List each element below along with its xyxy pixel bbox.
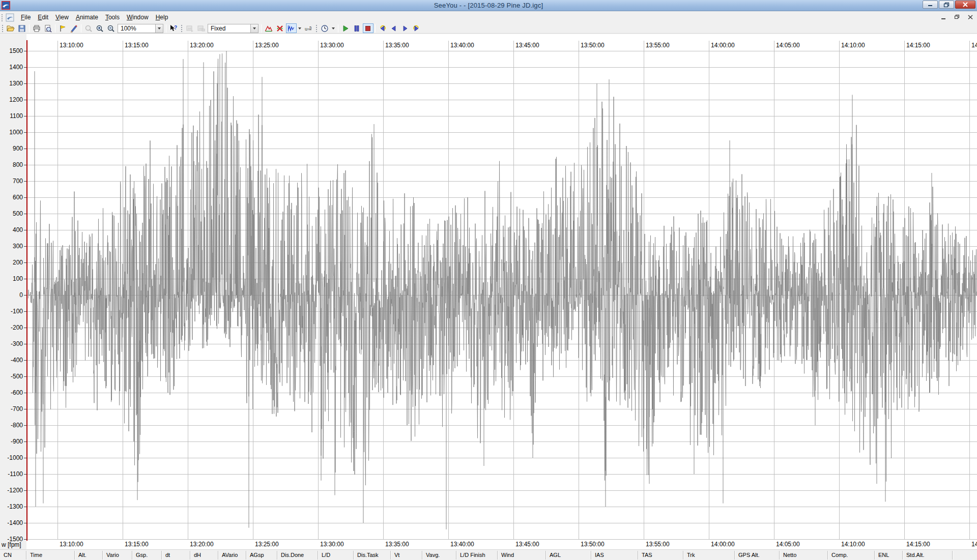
stats-icon: u=5 bbox=[304, 24, 312, 33]
y-tick-label: -1400 bbox=[7, 519, 23, 526]
go-end-button[interactable] bbox=[411, 23, 422, 33]
graph-view-button[interactable] bbox=[286, 23, 297, 33]
y-tick-label: -300 bbox=[11, 340, 23, 347]
y-tick-label: -700 bbox=[11, 405, 23, 412]
time-dropdown[interactable] bbox=[330, 23, 336, 33]
status-cell-trk: Trk bbox=[683, 551, 735, 559]
print-button[interactable] bbox=[32, 23, 42, 33]
mdi-minimize-button[interactable] bbox=[939, 13, 949, 21]
zoom-fit-button bbox=[83, 23, 94, 33]
minimize-window-button[interactable] bbox=[923, 1, 938, 9]
x-tick-label-bottom: 13:40:00 bbox=[450, 541, 474, 548]
mdi-close-button[interactable] bbox=[966, 13, 975, 21]
route-view-button[interactable] bbox=[264, 23, 274, 33]
menu-animate[interactable]: Animate bbox=[72, 12, 102, 23]
status-cell-netto: Netto bbox=[780, 551, 828, 559]
animate-flag-button[interactable] bbox=[58, 23, 68, 33]
x-tick-label-top: 13:55:00 bbox=[646, 42, 670, 49]
status-cell-comp-: Comp. bbox=[828, 551, 875, 559]
status-cell-ias: IAS bbox=[591, 551, 638, 559]
status-cell-dis-task: Dis.Task bbox=[354, 551, 391, 559]
y-tick-label: 200 bbox=[13, 259, 23, 266]
x-tick-label-top: 13:35:00 bbox=[385, 42, 409, 49]
step-forward-button[interactable] bbox=[400, 23, 411, 33]
y-tick-label: 1400 bbox=[9, 64, 23, 71]
status-cell-dis-done: Dis.Done bbox=[277, 551, 318, 559]
menu-view[interactable]: View bbox=[52, 12, 72, 23]
mdi-restore-button[interactable] bbox=[953, 13, 962, 21]
toolbar-separator bbox=[55, 24, 55, 33]
nav-prev-icon bbox=[390, 24, 398, 33]
statistics-button[interactable]: u=5 bbox=[303, 23, 314, 33]
stop-button[interactable] bbox=[363, 23, 373, 33]
toolbar-grip[interactable] bbox=[1, 14, 3, 21]
title-bar[interactable]: SeeYou - - [2015-08-29 Pine JD.igc] bbox=[0, 0, 977, 11]
clock-icon bbox=[321, 24, 329, 33]
mdi-window-controls bbox=[939, 13, 975, 21]
x-tick-label-top: 13:10:00 bbox=[60, 42, 83, 49]
y-tick-label: 1300 bbox=[9, 80, 23, 87]
open-button[interactable] bbox=[6, 23, 16, 33]
draw-button[interactable] bbox=[69, 23, 79, 33]
save-button[interactable] bbox=[17, 23, 27, 33]
pause-button[interactable] bbox=[352, 23, 362, 33]
status-cell-alt-: Alt. bbox=[75, 551, 103, 559]
maximize-window-button[interactable] bbox=[939, 1, 954, 9]
task-view-button[interactable] bbox=[275, 23, 285, 33]
vario-trace bbox=[28, 53, 977, 485]
toolbar-separator bbox=[29, 24, 30, 33]
close-window-button[interactable] bbox=[955, 1, 975, 9]
toolbar-grip[interactable] bbox=[181, 24, 183, 32]
menu-edit[interactable]: Edit bbox=[34, 12, 52, 23]
print-preview-button[interactable] bbox=[43, 23, 53, 33]
play-button[interactable] bbox=[340, 23, 351, 33]
toolbar-grip[interactable] bbox=[315, 24, 318, 32]
y-tick-label: -1200 bbox=[7, 487, 23, 494]
status-cell-tas: TAS bbox=[638, 551, 683, 559]
context-help-button[interactable]: ? bbox=[168, 23, 179, 33]
menu-file[interactable]: File bbox=[17, 12, 34, 23]
time-button[interactable] bbox=[320, 23, 330, 33]
toolbar-separator bbox=[375, 24, 376, 33]
zoom-out-button[interactable] bbox=[106, 23, 117, 33]
toolbar-grip[interactable] bbox=[2, 24, 4, 32]
graph-dropdown[interactable] bbox=[297, 23, 303, 33]
status-cell-dh: dH bbox=[190, 551, 218, 559]
status-cell-gsp-: Gsp. bbox=[132, 551, 162, 559]
y-tick-label: -800 bbox=[11, 422, 23, 429]
view-mode-combo-dropdown-arrow[interactable] bbox=[250, 24, 258, 33]
x-tick-label-bottom: 13:35:00 bbox=[385, 541, 409, 548]
zoom-in-button[interactable] bbox=[95, 23, 105, 33]
vario-chart[interactable]: 1500140013001200110010009008007006005004… bbox=[0, 34, 977, 549]
view-mode-combo[interactable]: Fixed bbox=[208, 24, 258, 33]
vario-graph-area[interactable]: 1500140013001200110010009008007006005004… bbox=[0, 34, 977, 549]
y-tick-label: -1000 bbox=[7, 454, 23, 461]
step-back-button[interactable] bbox=[389, 23, 399, 33]
play-icon bbox=[341, 24, 350, 33]
y-tick-label: -400 bbox=[11, 357, 23, 364]
zoom-combo-dropdown-arrow[interactable] bbox=[155, 24, 163, 33]
menu-help[interactable]: Help bbox=[152, 12, 172, 23]
document-icon[interactable] bbox=[6, 13, 14, 22]
status-cell-agl: AGL bbox=[546, 551, 591, 559]
go-start-button[interactable] bbox=[378, 23, 388, 33]
zoom-combo[interactable]: 100% bbox=[118, 24, 163, 33]
y-tick-label: 400 bbox=[13, 226, 23, 233]
svg-text:5: 5 bbox=[309, 25, 312, 30]
x-tick-label-top: 13:25:00 bbox=[255, 42, 279, 49]
x-tick-label-top: 14:05:00 bbox=[776, 42, 800, 49]
x-tick-label-bottom: 14:05:00 bbox=[776, 541, 800, 548]
x-tick-label-bottom: 13:50:00 bbox=[581, 541, 605, 548]
y-tick-label: 700 bbox=[13, 178, 23, 185]
y-tick-label: -1300 bbox=[7, 503, 23, 510]
zoom-in-icon bbox=[96, 24, 104, 33]
toolbar: 100%?Fixedu=5 bbox=[0, 23, 977, 34]
status-cell-l-d-finish: L/D Finish bbox=[456, 551, 498, 559]
nav-first-icon bbox=[379, 24, 387, 33]
status-cell-vavg-: Vavg. bbox=[422, 551, 456, 559]
menu-tools[interactable]: Tools bbox=[102, 12, 123, 23]
status-cell-std-alt-: Std.Alt. bbox=[903, 551, 953, 559]
app-icon bbox=[2, 1, 10, 10]
menu-window[interactable]: Window bbox=[123, 12, 152, 23]
y-tick-label: 1000 bbox=[9, 129, 23, 136]
